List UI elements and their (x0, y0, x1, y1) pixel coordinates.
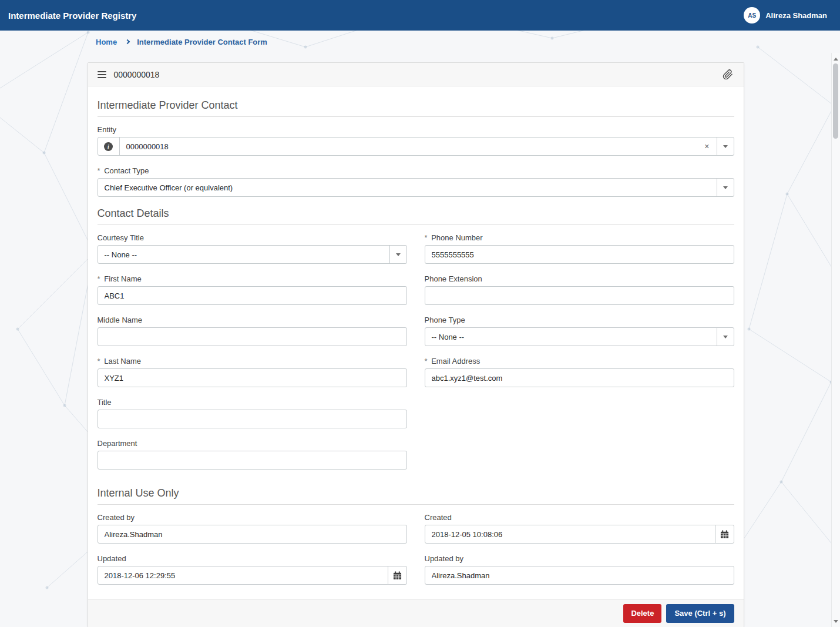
last-name-input[interactable] (98, 368, 407, 387)
grid-spacer (425, 398, 734, 439)
created-input[interactable] (425, 525, 715, 544)
updated-by-label: Updated by (425, 554, 734, 564)
breadcrumb: Home Intermediate Provider Contact Form (0, 31, 831, 53)
field-updated-by: Updated by (425, 554, 734, 585)
grid-spacer (425, 439, 734, 480)
required-marker: * (425, 357, 428, 366)
field-first-name: * First Name (98, 274, 407, 305)
contact-type-label: * Contact Type (98, 166, 734, 176)
app-title: Intermediate Provider Registry (8, 10, 143, 21)
attachment-button[interactable] (721, 68, 734, 81)
app-header: Intermediate Provider Registry AS Alirez… (0, 0, 840, 31)
required-marker: * (425, 233, 428, 242)
section-title-details: Contact Details (98, 207, 734, 225)
contact-details-grid: Courtesy Title -- None -- * Phone Number (98, 233, 734, 480)
phone-type-dropdown-button[interactable] (717, 328, 734, 346)
courtesy-title-value: -- None -- (98, 246, 389, 263)
entity-reference-field[interactable]: i 0000000018 × (98, 137, 734, 156)
created-by-input[interactable] (98, 525, 407, 544)
field-middle-name: Middle Name (98, 316, 407, 346)
phone-type-label: Phone Type (425, 316, 734, 325)
arrow-down-icon (834, 620, 838, 623)
phone-extension-input[interactable] (425, 286, 734, 305)
created-label: Created (425, 513, 734, 522)
section-title-internal: Internal Use Only (98, 487, 734, 505)
phone-number-label: * Phone Number (425, 233, 734, 243)
email-address-input[interactable] (425, 368, 734, 387)
chevron-down-icon (723, 336, 728, 338)
arrow-up-icon (834, 58, 838, 61)
title-input[interactable] (98, 410, 407, 428)
middle-name-input[interactable] (98, 327, 407, 346)
last-name-label: * Last Name (98, 357, 407, 366)
chevron-down-icon (396, 253, 401, 256)
field-phone-extension: Phone Extension (425, 274, 734, 305)
record-form-card: 0000000018 Intermediate Provider Contact… (88, 62, 744, 627)
field-phone-number: * Phone Number (425, 233, 734, 264)
scroll-down-button[interactable] (832, 616, 840, 626)
department-label: Department (98, 439, 407, 448)
avatar: AS (744, 7, 760, 24)
internal-use-grid: Created by Created (98, 513, 734, 595)
first-name-label: * First Name (98, 274, 407, 284)
field-contact-type: * Contact Type Chief Executive Officer (… (98, 166, 734, 197)
scroll-up-button[interactable] (832, 54, 840, 63)
record-number: 0000000018 (114, 70, 160, 79)
courtesy-title-select[interactable]: -- None -- (98, 245, 407, 264)
phone-type-select[interactable]: -- None -- (425, 327, 734, 346)
contact-type-dropdown-button[interactable] (717, 179, 734, 196)
first-name-input[interactable] (98, 286, 407, 305)
field-entity: Entity i 0000000018 × (98, 125, 734, 156)
user-name: Alireza Shadman (765, 11, 827, 20)
department-input[interactable] (98, 451, 407, 470)
field-department: Department (98, 439, 407, 470)
email-address-label: * Email Address (425, 357, 734, 366)
required-marker: * (98, 274, 100, 283)
phone-number-input[interactable] (425, 245, 734, 264)
info-icon: i (104, 142, 113, 151)
scrollbar-thumb[interactable] (833, 63, 838, 139)
phone-extension-label: Phone Extension (425, 274, 734, 284)
field-email-address: * Email Address (425, 357, 734, 387)
delete-button[interactable]: Delete (623, 604, 661, 623)
entity-preview-button[interactable]: i (98, 138, 120, 155)
field-created: Created (425, 513, 734, 544)
breadcrumb-home-link[interactable]: Home (96, 38, 117, 46)
form-body: Intermediate Provider Contact Entity i 0… (88, 86, 744, 599)
field-created-by: Created by (98, 513, 407, 544)
updated-label: Updated (98, 554, 407, 564)
paperclip-icon (723, 69, 733, 80)
section-title-contact: Intermediate Provider Contact (98, 99, 734, 117)
middle-name-label: Middle Name (98, 316, 407, 325)
contact-type-value: Chief Executive Officer (or equivalent) (98, 179, 717, 196)
entity-dropdown-button[interactable] (717, 138, 734, 155)
vertical-scrollbar[interactable] (831, 53, 840, 627)
user-menu[interactable]: AS Alireza Shadman (744, 7, 827, 24)
updated-by-input[interactable] (425, 566, 734, 585)
courtesy-title-dropdown-button[interactable] (389, 246, 406, 263)
calendar-icon (720, 530, 729, 539)
chevron-right-icon (125, 39, 130, 44)
chevron-down-icon (723, 186, 728, 189)
created-by-label: Created by (98, 513, 407, 522)
required-marker: * (98, 357, 100, 366)
chevron-down-icon (723, 145, 728, 148)
courtesy-title-label: Courtesy Title (98, 233, 407, 243)
page-content: Home Intermediate Provider Contact Form … (0, 31, 831, 627)
created-calendar-button[interactable] (715, 525, 734, 544)
title-label: Title (98, 398, 407, 407)
breadcrumb-current: Intermediate Provider Contact Form (137, 38, 267, 46)
field-courtesy-title: Courtesy Title -- None -- (98, 233, 407, 264)
updated-input[interactable] (98, 566, 388, 585)
contact-type-select[interactable]: Chief Executive Officer (or equivalent) (98, 178, 734, 197)
entity-label: Entity (98, 125, 734, 135)
form-context-menu-icon[interactable] (98, 71, 106, 78)
phone-type-value: -- None -- (425, 328, 717, 346)
required-marker: * (98, 166, 100, 175)
form-header: 0000000018 (88, 63, 744, 86)
updated-calendar-button[interactable] (388, 566, 407, 585)
field-title: Title (98, 398, 407, 428)
save-button[interactable]: Save (Ctrl + s) (666, 604, 734, 623)
form-footer: Delete Save (Ctrl + s) (88, 599, 744, 627)
clear-icon[interactable]: × (697, 138, 716, 155)
